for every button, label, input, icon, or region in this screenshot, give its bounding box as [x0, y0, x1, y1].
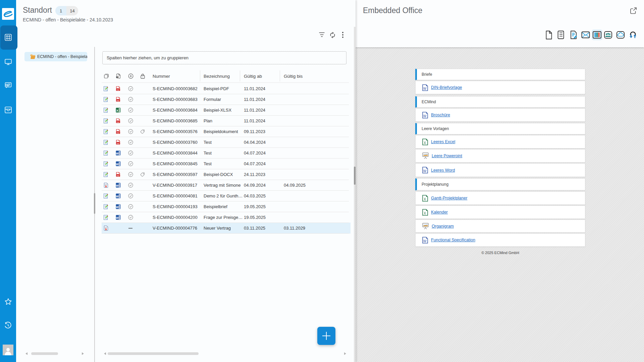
svg-text:W: W: [423, 239, 427, 243]
svg-text:PDF: PDF: [117, 121, 120, 123]
svg-text:W: W: [116, 163, 119, 166]
svg-text:PDF: PDF: [117, 132, 120, 134]
svg-text:X: X: [424, 197, 426, 201]
svg-text:W: W: [423, 86, 427, 90]
svg-text:W: W: [116, 184, 119, 187]
svg-text:W: W: [423, 169, 427, 173]
svg-text:PDF: PDF: [117, 89, 120, 91]
svg-text:X: X: [116, 109, 118, 112]
svg-text:X: X: [424, 141, 426, 144]
svg-text:PDF: PDF: [117, 143, 120, 144]
svg-text:?: ?: [117, 76, 118, 78]
svg-text:W: W: [423, 114, 427, 118]
svg-text:PDF: PDF: [117, 175, 120, 177]
svg-text:W: W: [116, 205, 119, 209]
svg-text:PDF: PDF: [117, 100, 120, 102]
svg-text:W: W: [116, 152, 119, 155]
svg-text:X: X: [424, 211, 426, 215]
svg-text:W: W: [116, 216, 119, 220]
svg-text:W: W: [116, 195, 119, 198]
